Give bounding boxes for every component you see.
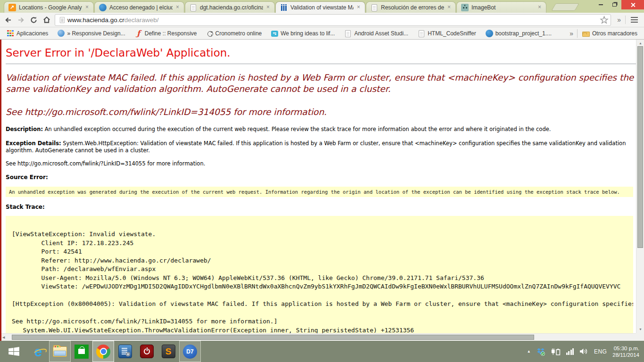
tab-validation-viewstate-active[interactable]: Validation of viewstate MA × — [275, 1, 365, 13]
taskbar-clock[interactable]: 05:30 p.m. 28/11/2014 — [612, 345, 639, 358]
bookmark-bootstrap-project[interactable]: bootstrap_project_1.... — [482, 28, 555, 39]
windows-taskbar: e S D7 ▲ — [0, 341, 644, 362]
back-arrow-icon — [4, 16, 12, 24]
source-error-label: Source Error: — [6, 173, 636, 181]
minimize-icon — [599, 4, 603, 5]
bookmark-android-asset-studio[interactable]: Android Asset Studi... — [340, 28, 412, 39]
restore-button[interactable] — [608, 0, 621, 9]
bookmark-cronometro[interactable]: Cronometro online — [203, 28, 266, 39]
back-button[interactable] — [2, 14, 15, 26]
error-link-line: See http://go.microsoft.com/fwlink/?Link… — [6, 107, 636, 118]
bookmark-label: Define :: Responsive — [145, 30, 197, 37]
tab-close-icon[interactable]: × — [536, 4, 543, 11]
internet-explorer-button[interactable]: e — [27, 341, 49, 362]
drupal-favicon — [99, 4, 107, 11]
power-app-button[interactable] — [136, 341, 157, 362]
clock-date: 28/11/2014 — [612, 352, 639, 358]
url-host: www.hacienda.go.cr — [67, 16, 124, 24]
address-bar[interactable]: www.hacienda.go.crdeclaraweb/ — [55, 14, 611, 26]
restore-icon — [612, 3, 617, 7]
d7-app-button[interactable]: D7 — [179, 341, 201, 362]
new-tab-button[interactable] — [551, 3, 579, 11]
admin-tool-button[interactable] — [114, 341, 136, 362]
scroll-left-arrow-icon[interactable]: ◀ — [2, 334, 5, 341]
reload-button[interactable] — [27, 14, 40, 26]
other-bookmarks-folder[interactable]: Otros marcadores — [578, 28, 641, 39]
browser-tab-strip: Locations - Google Analyt × Acceso deneg… — [0, 0, 644, 13]
close-icon — [630, 2, 636, 8]
page-title: Server Error in '/DeclaraWeb' Applicatio… — [6, 47, 636, 59]
document-gear-icon — [118, 345, 132, 358]
d7-icon: D7 — [183, 345, 197, 359]
tab-dgt-hacienda[interactable]: dgt.hacienda.go.cr/oficina × — [185, 1, 275, 13]
script-f-icon: ƒ — [135, 30, 142, 37]
tab-close-icon[interactable]: × — [264, 4, 272, 11]
tab-acceso-denegado[interactable]: Acceso denegado | elciud × — [94, 1, 184, 13]
extensions-overflow-chevron[interactable]: » — [614, 16, 624, 24]
tab-close-icon[interactable]: × — [83, 4, 91, 11]
chrome-icon — [96, 345, 110, 359]
stack-trace-box: [ViewStateException: Invalid viewstate. … — [6, 216, 633, 333]
network-signal-icon[interactable] — [566, 348, 574, 355]
blue-sphere-icon — [58, 30, 65, 37]
sublime-text-icon: S — [162, 345, 175, 358]
horizontal-scrollbar-thumb[interactable] — [12, 335, 534, 340]
clock-time: 05:30 p.m. — [612, 345, 639, 352]
tab-title: ImageBot — [471, 4, 535, 11]
bookmark-label: Cronometro online — [215, 30, 262, 37]
bookmark-we-bring-ideas[interactable]: We bring ideas to lif... — [267, 28, 339, 39]
show-hidden-icons-chevron[interactable]: ▲ — [527, 349, 531, 354]
chrome-button[interactable] — [92, 341, 114, 362]
power-icon — [140, 345, 154, 358]
scroll-down-arrow-icon[interactable]: ▼ — [636, 327, 644, 332]
tab-close-icon[interactable]: × — [355, 4, 362, 11]
vertical-scrollbar[interactable]: ▲ ▼ — [636, 40, 644, 333]
sublime-text-button[interactable]: S — [157, 341, 179, 362]
power-symbol — [144, 348, 150, 354]
bookmark-define-responsive[interactable]: ƒ Define :: Responsive — [131, 28, 201, 39]
vertical-scrollbar-thumb[interactable] — [637, 46, 643, 248]
forward-button[interactable] — [15, 14, 27, 26]
tab-close-icon[interactable]: × — [446, 4, 453, 11]
windows-store-button[interactable] — [71, 341, 92, 362]
drupal-icon — [486, 30, 493, 37]
power-battery-icon[interactable] — [551, 348, 561, 355]
bookmarks-overflow-chevron[interactable]: » — [567, 30, 576, 37]
tabs-row: Locations - Google Analyt × Acceso deneg… — [4, 0, 577, 13]
dropbox-icon[interactable] — [537, 347, 545, 356]
bookmark-html-codesniffer[interactable]: HTML_CodeSniffer — [414, 28, 480, 39]
apps-shortcut[interactable]: Aplicaciones — [3, 28, 52, 39]
chrome-menu-button[interactable] — [627, 14, 641, 26]
scroll-up-arrow-icon[interactable]: ▲ — [636, 41, 644, 46]
google-analytics-favicon — [8, 4, 16, 11]
file-explorer-button[interactable] — [49, 341, 71, 362]
close-button[interactable] — [621, 0, 644, 9]
tab-close-icon[interactable]: × — [174, 4, 181, 11]
tab-google-analytics[interactable]: Locations - Google Analyt × — [4, 1, 94, 13]
bookmark-label: HTML_CodeSniffer — [428, 30, 476, 37]
description-paragraph: Description: An unhandled exception occu… — [6, 126, 636, 133]
tab-imagebot[interactable]: ImageBot × — [456, 1, 546, 13]
taskbar-apps: e S D7 — [0, 341, 201, 362]
home-button[interactable] — [40, 14, 53, 26]
hacienda-columns-favicon — [280, 4, 288, 11]
error-message: Validation of viewstate MAC failed. If t… — [6, 72, 636, 95]
language-indicator[interactable]: ENG — [594, 348, 607, 355]
bookmark-responsive-design[interactable]: » Responsive Design... — [54, 28, 129, 39]
horizontal-scrollbar[interactable]: ◀ — [1, 333, 636, 341]
start-button[interactable] — [0, 341, 27, 362]
screen: Locations - Google Analyt × Acceso deneg… — [0, 0, 644, 362]
url-path: declaraweb/ — [124, 16, 159, 24]
tab-resolucion-errores[interactable]: Resolución de errores de c × — [366, 1, 456, 13]
volume-icon[interactable] — [579, 348, 588, 355]
window-controls — [594, 0, 644, 9]
system-tray: ▲ ENG 05:30 p.m. 28/11/2014 — [527, 341, 644, 362]
windows-store-icon — [74, 345, 89, 359]
minimize-button[interactable] — [594, 0, 608, 9]
description-text: An unhandled exception occurred during t… — [45, 126, 551, 132]
see-more-line: See http://go.microsoft.com/fwlink/?Link… — [6, 160, 636, 168]
shopping-bag-icon — [78, 349, 85, 354]
bookmark-star-icon[interactable] — [600, 16, 609, 25]
chat-bubble-icon — [271, 31, 278, 37]
windows-logo-icon — [8, 346, 20, 356]
